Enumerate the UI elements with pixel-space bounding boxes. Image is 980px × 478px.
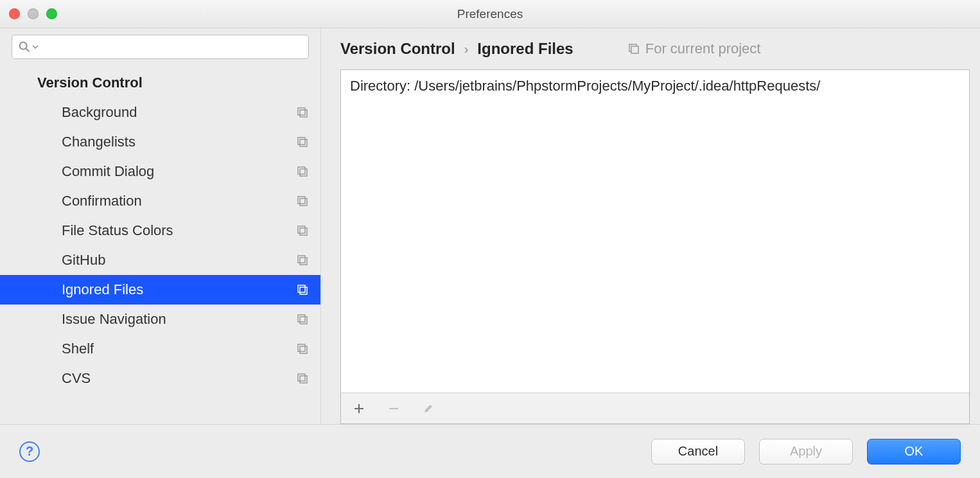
sidebar-item-label: CVS — [62, 370, 91, 387]
sidebar-item-label: Changelists — [62, 134, 136, 150]
project-scope-icon — [296, 372, 309, 385]
svg-rect-7 — [300, 169, 307, 176]
project-scope-icon — [296, 342, 309, 355]
close-window-button[interactable] — [9, 8, 20, 19]
sidebar-item[interactable]: Changelists — [0, 127, 320, 157]
help-button[interactable]: ? — [19, 441, 40, 462]
breadcrumb-parent: Version Control — [340, 40, 455, 58]
window-title: Preferences — [0, 7, 980, 21]
cancel-button[interactable]: Cancel — [651, 439, 745, 465]
ignored-files-list: Directory: /Users/jetbrains/PhpstormProj… — [340, 69, 970, 424]
svg-rect-16 — [298, 315, 305, 322]
pencil-icon — [422, 402, 435, 415]
svg-rect-5 — [300, 139, 307, 146]
svg-rect-20 — [298, 374, 305, 381]
list-toolbar — [341, 393, 969, 423]
sidebar-item[interactable]: GitHub — [0, 245, 320, 275]
titlebar: Preferences — [0, 0, 980, 28]
project-scope-icon — [627, 42, 640, 55]
project-scope-icon — [296, 224, 309, 237]
remove-button[interactable] — [385, 400, 403, 418]
sidebar-item-label: Background — [62, 104, 137, 121]
svg-rect-12 — [298, 256, 305, 263]
svg-rect-23 — [631, 46, 638, 53]
list-body[interactable]: Directory: /Users/jetbrains/PhpstormProj… — [341, 70, 969, 393]
edit-button[interactable] — [419, 400, 437, 418]
breadcrumb-current: Ignored Files — [477, 40, 573, 58]
add-button[interactable] — [350, 400, 368, 418]
svg-rect-19 — [300, 346, 307, 353]
dialog-footer: ? Cancel Apply OK — [0, 424, 980, 478]
scope-label: For current project — [645, 40, 761, 57]
sidebar-item[interactable]: Background — [0, 98, 320, 127]
sidebar-item[interactable]: Issue Navigation — [0, 305, 320, 334]
apply-button[interactable]: Apply — [759, 439, 853, 465]
chevron-right-icon: › — [464, 42, 469, 57]
breadcrumb: Version Control › Ignored Files For curr… — [340, 28, 970, 69]
project-scope-icon — [296, 195, 309, 208]
window-controls — [9, 8, 57, 19]
svg-rect-21 — [300, 376, 307, 383]
svg-rect-4 — [298, 137, 305, 145]
ok-button[interactable]: OK — [867, 439, 961, 465]
tree-section-header[interactable]: Version Control — [0, 68, 320, 98]
svg-rect-14 — [298, 285, 305, 292]
svg-rect-10 — [298, 226, 305, 233]
svg-point-0 — [20, 42, 27, 49]
search-input[interactable] — [42, 40, 303, 53]
project-scope-icon — [296, 254, 309, 267]
maximize-window-button[interactable] — [46, 8, 57, 19]
sidebar-item[interactable]: Commit Dialog — [0, 157, 320, 186]
svg-rect-18 — [298, 344, 305, 351]
sidebar-item-label: Issue Navigation — [62, 311, 166, 328]
project-scope-icon — [296, 136, 309, 148]
chevron-down-icon — [31, 43, 39, 51]
svg-rect-17 — [300, 317, 307, 324]
project-scope-icon — [296, 165, 309, 178]
sidebar-item-label: Confirmation — [62, 193, 142, 209]
minus-icon — [387, 402, 400, 415]
sidebar-item-label: GitHub — [62, 252, 105, 269]
sidebar-item-label: Ignored Files — [62, 281, 143, 298]
svg-rect-8 — [298, 197, 305, 204]
settings-tree: Version Control BackgroundChangelistsCom… — [0, 62, 320, 393]
sidebar-item[interactable]: CVS — [0, 364, 320, 393]
scope-indicator: For current project — [627, 40, 761, 57]
sidebar-item[interactable]: Confirmation — [0, 186, 320, 216]
main-panel: Version Control › Ignored Files For curr… — [321, 28, 980, 424]
sidebar-item-label: Commit Dialog — [62, 163, 154, 180]
sidebar-item[interactable]: Ignored Files — [0, 275, 320, 305]
svg-rect-9 — [300, 199, 307, 206]
svg-line-1 — [26, 49, 30, 52]
svg-rect-3 — [300, 110, 307, 117]
sidebar-item[interactable]: Shelf — [0, 334, 320, 364]
sidebar-item-label: Shelf — [62, 341, 94, 357]
sidebar-item-label: File Status Colors — [62, 222, 173, 239]
plus-icon — [353, 402, 365, 415]
list-item[interactable]: Directory: /Users/jetbrains/PhpstormProj… — [341, 70, 969, 102]
minimize-window-button[interactable] — [28, 8, 39, 19]
svg-rect-6 — [298, 167, 305, 174]
svg-rect-15 — [300, 287, 307, 294]
svg-rect-2 — [298, 108, 305, 115]
sidebar-item[interactable]: File Status Colors — [0, 216, 320, 245]
svg-rect-13 — [300, 258, 307, 265]
search-icon — [17, 40, 31, 54]
question-icon: ? — [26, 444, 33, 459]
project-scope-icon — [296, 283, 309, 296]
project-scope-icon — [296, 106, 309, 119]
svg-rect-11 — [300, 228, 307, 235]
project-scope-icon — [296, 313, 309, 326]
sidebar: Version Control BackgroundChangelistsCom… — [0, 28, 321, 424]
search-input-wrapper[interactable] — [12, 35, 309, 59]
